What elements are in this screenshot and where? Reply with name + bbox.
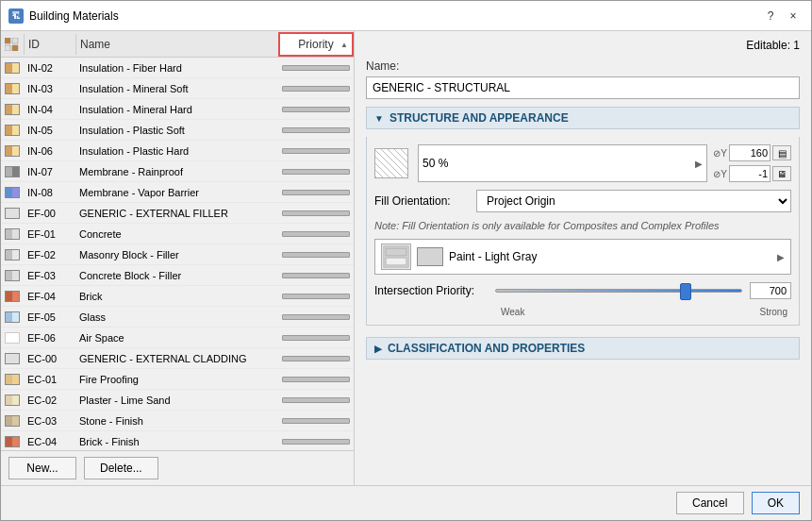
table-row[interactable]: EC-03 Stone - Finish [1,411,354,431]
row-swatch [1,332,24,344]
table-row[interactable]: EF-04 Brick [1,286,354,307]
title-bar-left: 🏗 Building Materials [8,8,119,24]
swatch-icon [5,208,20,219]
row-swatch [1,374,24,385]
swatch-icon [5,187,20,198]
table-row[interactable]: EF-00 GENERIC - EXTERNAL FILLER [1,203,354,224]
table-row[interactable]: IN-04 Insulation - Mineral Hard [1,99,354,120]
ok-button[interactable]: OK [752,492,800,514]
ctrl-input-2[interactable] [729,165,771,182]
row-swatch [1,311,24,323]
hatch-y2-icon: ⊘Y [713,169,727,179]
ctrl-row-2: ⊘Y 🖥 [713,165,791,182]
slider-container [495,289,742,293]
row-swatch [1,353,24,364]
svg-rect-1 [12,38,18,43]
structure-section-header[interactable]: ▼ STRUCTURE AND APPEARANCE [366,107,800,129]
grid-icon [5,38,20,51]
delete-button[interactable]: Delete... [84,457,158,479]
table-row[interactable]: EC-00 GENERIC - EXTERNAL CLADDING [1,348,354,369]
swatch-icon [5,83,20,94]
material-icon [381,244,411,270]
swatch-icon [5,374,20,385]
swatch-icon [5,311,20,323]
classification-section-header[interactable]: ▶ CLASSIFICATION AND PROPERTIES [366,337,800,360]
svg-rect-0 [5,38,10,43]
table-row[interactable]: EF-06 Air Space [1,328,354,348]
left-panel-footer: New... Delete... [1,450,354,485]
left-panel: ID Name Priority IN-02 Insulation - Fibe… [1,31,355,485]
table-header: ID Name Priority [1,31,354,58]
swatch-icon [5,166,20,177]
close-button[interactable]: × [783,6,804,26]
swatch-icon [5,395,20,406]
ctrl-btn-2[interactable]: 🖥 [772,166,791,181]
material-svg-icon [383,245,409,268]
table-row[interactable]: EF-02 Masonry Block - Filler [1,244,354,265]
hatch-preview-icon[interactable] [374,148,408,178]
hatch-config[interactable]: 50 % ▶ [418,144,707,182]
table-row[interactable]: EF-03 Concrete Block - Filler [1,265,354,286]
row-swatch [1,62,24,74]
swatch-icon [5,249,20,260]
ctrl-input-1[interactable] [729,144,771,161]
row-swatch [1,395,24,406]
title-bar: 🏗 Building Materials ? × [1,1,811,31]
svg-rect-3 [12,45,18,51]
new-button[interactable]: New... [8,457,76,479]
header-icon-cell [1,38,24,51]
table-row[interactable]: IN-06 Insulation - Plastic Hard [1,141,354,161]
slider-value-input[interactable] [750,282,791,299]
fill-orientation-select[interactable]: Project Origin Element Origin [476,190,791,212]
fill-orientation-row: Fill Orientation: Project Origin Element… [374,190,791,212]
table-scroll[interactable]: IN-02 Insulation - Fiber Hard IN-03 Insu… [1,58,354,450]
help-button[interactable]: ? [760,6,781,26]
right-panel: Editable: 1 Name: ▼ STRUCTURE AND APPEAR… [355,31,811,485]
swatch-icon [5,291,20,302]
cancel-button[interactable]: Cancel [676,492,744,514]
swatch-icon [5,125,20,136]
swatch-icon [5,228,20,240]
swatch-icon [5,353,20,364]
hatch-y-icon: ⊘Y [713,148,727,159]
slider-thumb[interactable] [680,283,691,300]
name-header: Name [75,34,278,55]
table-row[interactable]: EC-04 Brick - Finish [1,431,354,450]
slider-track[interactable] [495,289,742,293]
table-row[interactable]: EF-05 Glass [1,307,354,328]
hatch-row: 50 % ▶ ⊘Y ▤ ⊘Y [374,144,791,182]
row-swatch [1,249,24,260]
table-row[interactable]: EC-02 Plaster - Lime Sand [1,390,354,411]
table-row[interactable]: IN-03 Insulation - Mineral Soft [1,78,354,99]
table-row[interactable]: IN-05 Insulation - Plastic Soft [1,120,354,141]
table-row[interactable]: IN-08 Membrane - Vapor Barrier [1,182,354,203]
editable-label: Editable: 1 [366,39,800,52]
fill-note: Note: Fill Orientation is only available… [374,220,791,231]
table-row[interactable]: EF-01 Concrete [1,224,354,244]
material-row[interactable]: Paint - Light Gray ▶ [374,239,791,275]
id-header: ID [24,34,75,55]
svg-rect-6 [386,258,406,265]
row-swatch [1,208,24,219]
name-input[interactable] [366,76,800,99]
fill-orientation-label: Fill Orientation: [374,194,469,208]
slider-labels: Weak Strong [374,307,791,317]
swatch-icon [5,270,20,281]
material-expand-icon[interactable]: ▶ [777,252,785,262]
priority-header[interactable]: Priority [278,32,354,57]
ctrl-btn-1[interactable]: ▤ [772,145,791,160]
swatch-icon [5,332,20,344]
material-name: Paint - Light Gray [449,250,771,263]
dialog-footer: Cancel OK [1,485,811,520]
table-row[interactable]: IN-07 Membrane - Rainproof [1,161,354,182]
swatch-icon [5,145,20,157]
classification-section-label: CLASSIFICATION AND PROPERTIES [388,342,585,355]
svg-rect-5 [386,248,406,256]
row-swatch [1,228,24,240]
table-row[interactable]: EC-01 Fire Proofing [1,369,354,390]
section-collapse-icon: ▼ [374,113,384,124]
table-row[interactable]: IN-02 Insulation - Fiber Hard [1,58,354,78]
row-swatch [1,83,24,94]
classification-collapse-icon: ▶ [374,344,382,354]
hatch-arrow-icon: ▶ [695,159,703,169]
